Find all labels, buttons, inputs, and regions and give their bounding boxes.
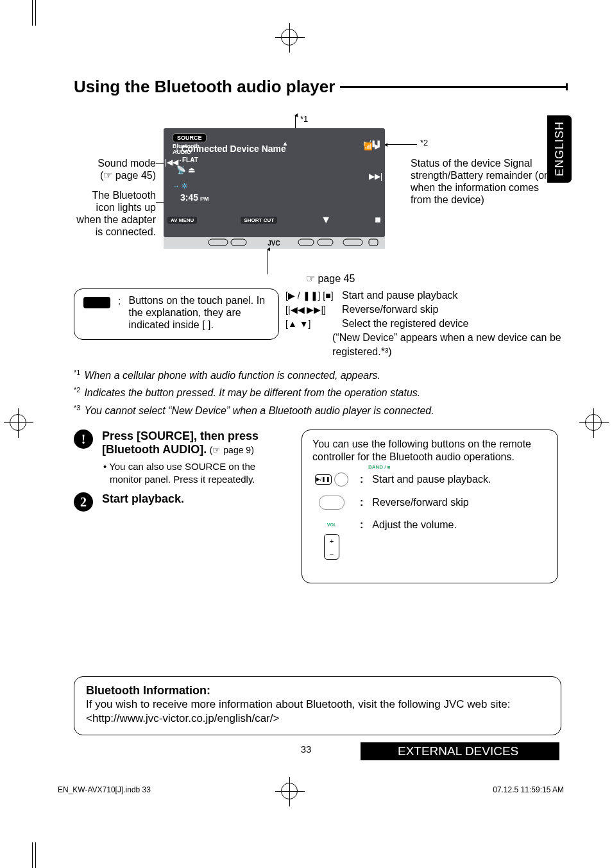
step-2-title: Start playback. [102,492,184,505]
section-heading: Using the Bluetooth audio player [74,77,568,97]
callout-bt-icon: The Bluetooth icon lights up when the ad… [74,189,156,238]
control-desc-extra: (“New Device” appears when a new device … [332,331,561,359]
footnote-marker-1: *1 [300,114,308,124]
callout-text: The Bluetooth icon lights up when the ad… [76,190,156,237]
playback-controls-list: [▶ / ❚❚] [■] Start and pause playback [|… [285,288,561,359]
touch-button-chip [83,297,110,308]
device-diagram: *1 *2 Sound mode (☞ page 45) The Bluetoo… [74,109,561,288]
heading-text: Using the Bluetooth audio player [74,77,335,97]
remote-play-button-icon: ▶/❚❚ [315,474,332,485]
vol-label: VOL [327,519,336,531]
section-footer-label: EXTERNAL DEVICES [398,744,518,758]
shortcut-button: SHORT CUT [241,217,277,224]
step-1: ! Press [SOURCE], then press [Bluetooth … [74,430,285,486]
leader-line [385,144,417,145]
control-row: [▲ ▼] Select the registered device [285,317,561,331]
section-footer-bar: EXTERNAL DEVICES [361,742,559,760]
step-number-icon: ! [74,430,93,449]
step-1-note: • You can also use SOURCE on the monitor… [102,460,285,486]
callout-text: Status of the device Signal strength/Bat… [411,158,557,205]
eq-mode-label: →FLAT [176,156,198,163]
registration-mark [281,29,298,46]
source-file-label: EN_KW-AVX710[J].indb 33 [58,785,151,794]
brand-logo: JVC [268,240,280,247]
antenna-icon: 📡 ⏏ [176,165,195,174]
trim-line [35,0,36,26]
music-note-icon: ♪ [175,146,179,153]
control-symbol: [▲ ▼] [285,317,330,331]
leader-line [268,249,268,274]
clock-display: 3:45PM [180,192,209,203]
stop-icon: ■ [375,214,381,226]
control-row: [|◀◀ ▶▶|] Reverse/forward skip [285,303,561,317]
control-symbol: [▶ / ❚❚] [■] [285,288,330,303]
remote-row-text: Start and pause playback. [372,473,491,486]
info-body: If you wish to receive more information … [86,697,549,726]
footnote: *3You cannot select “New Device” when a … [74,401,561,418]
footnote-marker-2: *2 [420,138,428,147]
next-track-icon: ▶▶| [369,172,382,181]
trim-line [35,842,36,868]
signal-battery-icon: 📶 ▶ [364,142,380,151]
step-number-icon: 2 [74,492,93,512]
callout-text: Sound mode [74,157,156,169]
remote-row-skip: : Reverse/forward skip [312,496,547,510]
remote-round-button-icon [334,472,348,487]
step-2: 2 Start playback. [74,492,285,512]
remote-skip-buttons-icon [319,496,344,510]
footnotes: *1When a cellular phone with audio funct… [74,365,561,418]
colon: : [118,296,121,307]
step-1-ref: (☞ page 9) [210,445,254,455]
remote-volume-button-icon: +− [324,534,339,560]
remote-intro: You can use the following buttons on the… [312,438,547,463]
footnote: *1When a cellular phone with audio funct… [74,365,561,383]
callout-ref: (☞ page 45) [74,169,156,181]
av-menu-button: AV MENU [167,217,197,224]
band-label: BAND / ■ [368,461,391,474]
touch-panel-note-box: : Buttons on the touch panel. In the exp… [74,288,279,340]
callout-sound-mode: Sound mode (☞ page 45) [74,157,156,181]
connected-device-name: ♪ Connected Device Name [175,144,385,154]
control-desc: Reverse/forward skip [342,303,438,317]
source-button: SOURCE [173,133,207,142]
bluetooth-info-box: Bluetooth Information: If you wish to re… [74,676,561,735]
procedure-steps: ! Press [SOURCE], then press [Bluetooth … [74,430,285,518]
control-row: [▶ / ❚❚] [■] Start and pause playback [285,288,561,303]
trim-line [32,842,33,868]
remote-row-volume: VOL +− : Adjust the volume. [312,519,547,560]
registration-mark [585,414,602,431]
registration-mark [281,783,298,799]
footnote: *2Indicates the button pressed. It may b… [74,383,561,400]
remote-controller-box: You can use the following buttons on the… [302,430,558,583]
info-title: Bluetooth Information: [86,683,549,697]
remote-row-play: ▶/❚❚ : Start and pause playback. [312,472,547,487]
remote-row-text: Reverse/forward skip [372,496,468,509]
page-reference: ☞ page 45 [306,272,355,285]
bluetooth-icon: → ✲ [173,182,187,190]
hardware-button-bar: JVC [164,237,385,249]
control-symbol: [|◀◀ ▶▶|] [285,303,330,317]
control-desc: Select the registered device [342,317,468,331]
control-row-extra: (“New Device” appears when a new device … [285,331,561,359]
touch-note-text: Buttons on the touch panel. In the expla… [128,294,272,331]
remote-row-text: Adjust the volume. [372,519,457,531]
trim-line [32,0,33,26]
registration-mark [10,414,26,431]
heading-rule [340,86,568,88]
device-screen: SOURCE Bluetooth AUDIO ▲ ▶/❚❚ ♪ Connecte… [164,128,385,237]
build-timestamp: 07.12.5 11:59:15 AM [493,785,564,794]
callout-device-status: Status of the device Signal strength/Bat… [411,157,558,206]
control-desc: Start and pause playback [342,288,458,303]
down-icon: ▼ [321,214,331,226]
